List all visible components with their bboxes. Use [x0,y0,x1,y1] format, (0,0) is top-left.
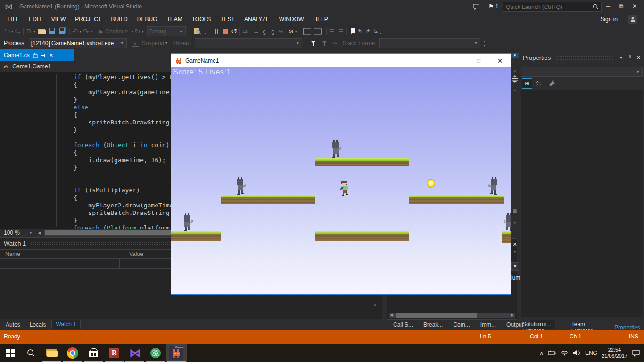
wifi-icon[interactable] [561,350,569,356]
hpanel-scroll-left-icon[interactable]: ◀ [390,313,393,317]
next-bookmark-icon[interactable]: ↱ [365,28,371,34]
toggle-flagged-icon[interactable]: ⤳ [332,40,337,46]
close-button[interactable]: ✕ [628,1,641,11]
hidden-panel-close-icon[interactable]: ✕ [511,241,519,247]
game-maximize-icon[interactable]: □ [468,58,489,64]
stop-icon[interactable] [223,29,228,34]
quick-launch-box[interactable] [503,2,602,12]
windows-store-button[interactable] [83,344,104,362]
battery-icon[interactable] [548,350,556,356]
categorized-view-icon[interactable]: ⊞ [522,78,532,89]
watch-row-name-cell[interactable] [0,259,120,268]
game-app-button[interactable]: Game [166,344,187,362]
step-over-icon[interactable]: ϛ. [263,28,267,34]
game-content[interactable]: Score: 5 Lives:1 [171,67,511,294]
scrollbar-mark-icon[interactable]: ▦ [511,208,519,213]
restart-app-icon[interactable]: ↻ [134,28,140,35]
properties-menu-icon[interactable]: ▾ [620,56,622,60]
process-dropdown[interactable]: [12140] GameName1.vshost.exe▾ [29,38,127,48]
save-all-icon[interactable] [59,28,65,34]
watch-column-name[interactable]: Name [0,249,124,259]
menu-window[interactable]: WINDOW [274,13,309,25]
visual-studio-button[interactable]: ⋈ [124,344,145,362]
suspend-label[interactable]: Suspend [142,40,164,47]
menu-analyze[interactable]: ANALYZE [239,13,274,25]
navigate-forward-icon[interactable]: ⮎ [15,28,21,34]
tray-expand-icon[interactable]: ∧ [539,350,544,356]
start-button[interactable] [0,344,21,362]
step-out-icon[interactable]: ϛ [271,28,274,34]
properties-close-icon[interactable]: ✕ [636,55,641,61]
notification-flag[interactable]: ⚑ 1 [488,3,498,10]
navigate-back-icon[interactable]: ⮌ [4,28,10,34]
file-explorer-button[interactable] [41,344,62,362]
game-window[interactable]: GameName1 ─ □ ✕ Score: 5 Lives:1 [171,53,511,295]
action-center-icon[interactable] [632,349,640,357]
tab-watch-1[interactable]: Watch 1 [51,320,81,329]
game-minimize-icon[interactable]: ─ [447,58,468,64]
decrease-indent-icon[interactable]: ☰ [329,28,335,34]
increase-indent-icon[interactable]: ☰ [338,28,344,34]
step-into-icon[interactable]: → [253,28,259,34]
splitter-handle-icon[interactable] [511,75,519,84]
menu-view[interactable]: VIEW [47,13,71,25]
pause-icon[interactable] [215,29,218,34]
find-in-files-icon[interactable] [194,28,201,34]
run-to-cursor-icon[interactable]: ↪ [278,28,283,34]
close-tab-icon[interactable]: ✕ [49,52,53,58]
function-breakpoint-icon[interactable] [314,28,322,35]
tab-autos[interactable]: Autos [2,320,24,329]
suspend-icon[interactable]: € [132,40,139,47]
hscroll-left-icon[interactable]: ◀ [38,230,41,235]
scrollbar-option-icon[interactable]: ▾ [511,69,519,74]
new-breakpoint-icon[interactable] [303,28,311,35]
tab-call-s-[interactable]: Call S... [389,320,417,329]
stack-frame-dropdown[interactable]: ▾ [379,38,480,48]
property-pages-icon[interactable] [548,80,556,87]
continue-label[interactable]: Continue [105,28,128,35]
watch-scroll-down-icon[interactable]: ▾ [374,303,376,308]
atom-app-button[interactable] [145,344,166,362]
tab-imm-[interactable]: Imm... [477,320,500,329]
hidden-panel-dropdown-fragment[interactable]: ▾ [511,262,519,271]
solution-configurations-dropdown[interactable]: Debug▾ [147,26,186,36]
properties-grip[interactable] [555,55,614,60]
menu-build[interactable]: BUILD [106,13,132,25]
scrollbar-down-icon[interactable]: ▾ [511,221,519,225]
user-avatar-icon[interactable] [628,15,637,24]
document-tab-game1cs[interactable]: Game1.cs ✕ [0,49,74,61]
clear-bookmarks-icon[interactable]: ↳ [373,28,379,34]
game-close-icon[interactable]: ✕ [489,57,511,65]
hidden-panel-hscrollbar[interactable]: ◀ ▶ [389,313,515,318]
chrome-button[interactable] [62,344,83,362]
menu-file[interactable]: FILE [3,13,24,25]
new-file-icon[interactable]: 🗋︎ [26,28,32,34]
hidden-panel-overflow-icon[interactable]: ” [511,251,519,256]
show-next-statement-icon[interactable]: ⇄ [242,28,248,34]
feedback-icon[interactable] [472,3,480,11]
hpanel-scroll-thumb[interactable] [396,313,477,318]
language-indicator[interactable]: ENG [585,350,597,356]
continue-icon[interactable]: ▶ [99,28,103,34]
redo-icon[interactable]: ↷ [83,28,89,35]
scrollbar-up-icon[interactable]: ▴ [511,88,519,92]
previous-bookmark-icon[interactable]: ↰ [357,28,363,34]
menu-tools[interactable]: TOOLS [187,13,215,25]
tab-locals[interactable]: Locals [26,320,50,329]
sign-in-link[interactable]: Sign in [600,16,618,23]
pin-tab-icon[interactable] [41,53,46,58]
speaker-icon[interactable] [573,350,581,356]
editor-dropdown-icon[interactable]: ▾ [511,53,519,58]
open-file-icon[interactable] [38,29,46,34]
menu-debug[interactable]: DEBUG [132,13,162,25]
properties-pin-icon[interactable] [627,55,633,60]
properties-object-dropdown[interactable]: ▾ [521,67,643,77]
restore-button[interactable]: ⧉ [615,1,628,11]
restart-debug-icon[interactable]: ↺ [231,28,237,35]
tab-com-[interactable]: Com... [449,320,473,329]
zoom-dropdown[interactable]: 100 %▾ [2,229,35,237]
minimize-button[interactable]: ─ [602,1,615,11]
game-window-titlebar[interactable]: GameName1 ─ □ ✕ [171,54,511,67]
filter-threads-icon[interactable] [310,41,316,46]
menu-team[interactable]: TEAM [162,13,187,25]
